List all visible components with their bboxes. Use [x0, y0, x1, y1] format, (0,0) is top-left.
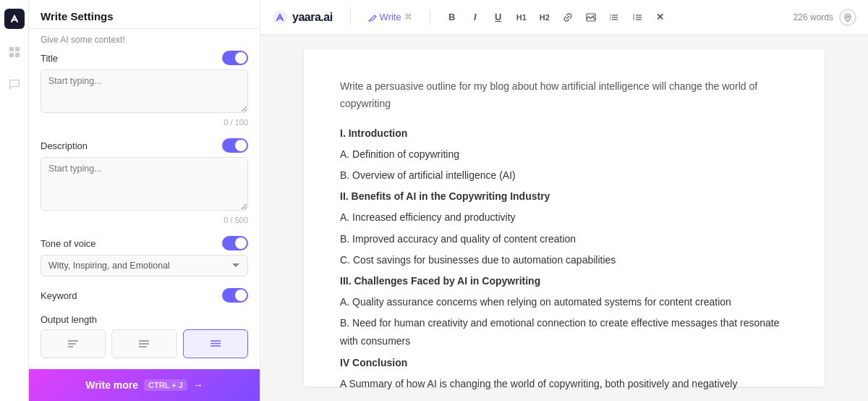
- editor-area[interactable]: Write a persuasive outline for my blog a…: [260, 35, 868, 401]
- app-logo-icon[interactable]: [4, 9, 25, 29]
- settings-subheader: Give AI some context!: [29, 29, 260, 51]
- write-more-label: Write more: [85, 379, 138, 391]
- content-line-4: A. Increased efficiency and productivity: [340, 208, 788, 227]
- svg-point-13: [273, 10, 287, 25]
- tone-select[interactable]: Witty, Inspiring, and Emotional Professi…: [41, 255, 248, 277]
- title-char-count: 0 / 100: [41, 118, 248, 127]
- underline-button[interactable]: U: [488, 7, 509, 28]
- write-button[interactable]: Write ⌘: [362, 9, 418, 25]
- svg-text:3: 3: [633, 18, 634, 21]
- clear-format-button[interactable]: ✕: [650, 7, 671, 28]
- content-line-0: I. Introduction: [340, 124, 788, 143]
- output-short-button[interactable]: [41, 329, 106, 358]
- content-line-7: III. Challenges Faced by AI in Copywriti…: [340, 272, 788, 290]
- output-length-buttons: [41, 329, 248, 358]
- h1-button[interactable]: H1: [511, 7, 532, 28]
- unordered-list-button[interactable]: [604, 7, 624, 28]
- svg-point-28: [847, 15, 849, 17]
- location-icon[interactable]: [839, 9, 856, 26]
- yaara-logo-icon: [272, 9, 288, 25]
- title-section: Title 0 / 100: [41, 51, 248, 127]
- settings-body: Title 0 / 100 Description 0 / 500 Tone o…: [29, 51, 260, 369]
- topbar-divider-2: [430, 10, 430, 25]
- keyword-label: Keyword: [41, 290, 77, 301]
- title-toggle[interactable]: [222, 51, 248, 65]
- keyword-toggle[interactable]: [222, 288, 248, 303]
- write-label: Write: [380, 12, 401, 22]
- editor-content: I. Introduction A. Definition of copywri…: [340, 124, 788, 393]
- ordered-list-button[interactable]: 123: [627, 7, 647, 28]
- output-long-button[interactable]: [183, 329, 248, 358]
- svg-rect-3: [14, 53, 19, 57]
- logo-area: yaara.ai: [272, 9, 333, 25]
- tone-label: Tone of voice: [41, 238, 96, 249]
- svg-point-15: [592, 15, 594, 17]
- settings-header: Write Settings: [29, 0, 260, 29]
- svg-rect-1: [14, 47, 19, 51]
- description-textarea[interactable]: [41, 157, 248, 211]
- word-count-area: 226 words: [793, 9, 856, 26]
- content-line-11: A Summary of how AI is changing the worl…: [340, 375, 788, 393]
- link-button[interactable]: [558, 7, 578, 28]
- content-line-3: II. Benefits of AI in the Copywriting In…: [340, 187, 788, 206]
- svg-rect-0: [9, 47, 13, 51]
- editor-prompt: Write a persuasive outline for my blog a…: [340, 78, 788, 113]
- keyword-section: Keyword: [41, 288, 248, 303]
- write-more-button[interactable]: Write more CTRL + J →: [29, 369, 260, 401]
- content-line-8: A. Quality assurance concerns when relyi…: [340, 293, 788, 311]
- format-toolbar-group: B I U H1 H2 123 ✕: [442, 7, 671, 28]
- tone-toggle[interactable]: [222, 236, 248, 250]
- content-line-9: B. Need for human creativity and emotion…: [340, 314, 788, 350]
- title-label: Title: [41, 53, 58, 64]
- write-toolbar-group: Write ⌘: [362, 9, 418, 25]
- word-count-text: 226 words: [793, 12, 833, 22]
- content-line-5: B. Improved accuracy and quality of cont…: [340, 230, 788, 248]
- output-length-section: Output length: [41, 314, 248, 358]
- italic-button[interactable]: I: [465, 7, 485, 28]
- icon-sidebar: [0, 0, 29, 401]
- description-label: Description: [41, 140, 88, 151]
- logo-text: yaara.ai: [292, 11, 333, 24]
- svg-point-19: [610, 14, 611, 16]
- top-bar: yaara.ai Write ⌘ B I U H1 H2: [260, 0, 868, 35]
- write-more-shortcut: CTRL + J: [144, 379, 187, 391]
- description-toggle[interactable]: [222, 138, 248, 153]
- content-line-6: C. Cost savings for businesses due to au…: [340, 251, 788, 269]
- svg-point-21: [610, 19, 611, 20]
- content-line-1: A. Definition of copywriting: [340, 145, 788, 164]
- svg-rect-2: [9, 53, 13, 57]
- bold-button[interactable]: B: [442, 7, 462, 28]
- write-more-arrow: →: [193, 379, 203, 391]
- svg-point-20: [610, 17, 611, 18]
- content-line-2: B. Overview of artificial intelligence (…: [340, 166, 788, 185]
- description-char-count: 0 / 500: [41, 216, 248, 224]
- image-button[interactable]: [581, 7, 601, 28]
- content-line-10: IV Conclusion: [340, 354, 788, 372]
- settings-panel: Write Settings Give AI some context! Tit…: [29, 0, 260, 401]
- editor-paper: Write a persuasive outline for my blog a…: [304, 49, 825, 387]
- main-area: yaara.ai Write ⌘ B I U H1 H2: [260, 0, 868, 401]
- nav-messages-icon[interactable]: [6, 75, 23, 93]
- title-textarea[interactable]: [41, 69, 248, 113]
- nav-home-icon[interactable]: [6, 43, 23, 61]
- write-shortcut: ⌘: [404, 12, 412, 22]
- tone-section: Tone of voice Witty, Inspiring, and Emot…: [41, 236, 248, 277]
- output-length-label: Output length: [41, 314, 97, 325]
- description-section: Description 0 / 500: [41, 138, 248, 224]
- h2-button[interactable]: H2: [535, 7, 555, 28]
- topbar-divider: [350, 10, 351, 25]
- output-medium-button[interactable]: [111, 329, 176, 358]
